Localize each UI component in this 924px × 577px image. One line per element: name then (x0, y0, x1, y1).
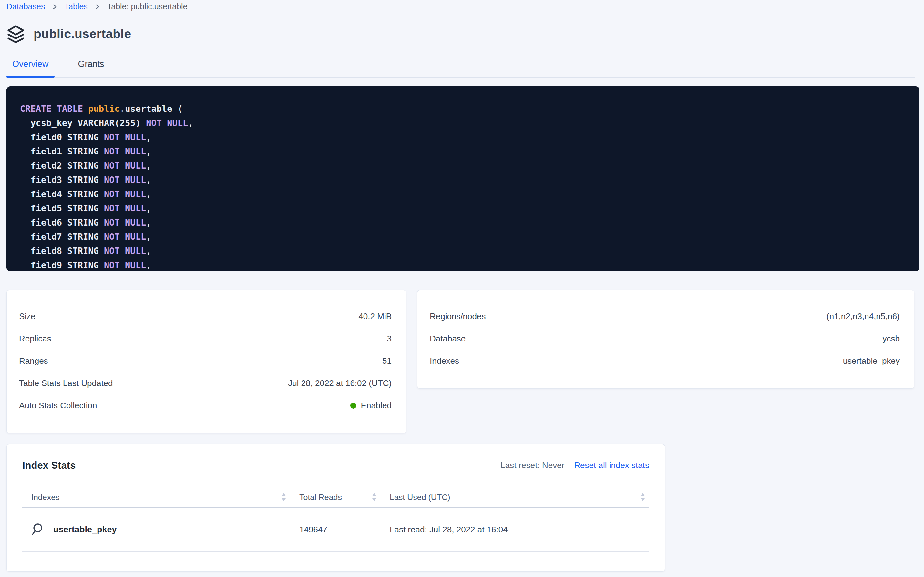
detail-value-text: 3 (387, 334, 392, 344)
sql-token: NOT NULL (104, 203, 146, 213)
sql-line: field2 STRING NOT NULL, (20, 159, 906, 173)
summary-cards: Size40.2 MiBReplicas3Ranges51Table Stats… (6, 290, 914, 433)
sql-token: NOT NULL (146, 118, 188, 128)
page-header: public.usertable (6, 24, 924, 44)
detail-value: Jul 28, 2022 at 16:02 (UTC) (288, 378, 392, 388)
detail-value: Enabled (350, 401, 392, 411)
sql-token: . (120, 104, 125, 114)
sql-token: field9 STRING (20, 260, 104, 270)
detail-row-size: Size40.2 MiB (19, 305, 392, 327)
sql-line: field0 STRING NOT NULL, (20, 130, 906, 144)
detail-value-text: Enabled (361, 401, 392, 411)
sql-line: field6 STRING NOT NULL, (20, 216, 906, 230)
breadcrumb-separator (52, 3, 58, 11)
sql-token: , (146, 218, 151, 227)
column-header-label: Total Reads (299, 493, 342, 502)
sql-line: field3 STRING NOT NULL, (20, 173, 906, 187)
sql-token: , (146, 175, 151, 185)
sql-token: NOT NULL (104, 189, 146, 199)
tabs: OverviewGrants (6, 59, 924, 77)
chevron-right-icon (95, 3, 100, 11)
sort-icon-wrap[interactable] (371, 492, 377, 502)
detail-value: (n1,n2,n3,n4,n5,n6) (826, 311, 900, 321)
overview-stats-card: Size40.2 MiBReplicas3Ranges51Table Stats… (6, 290, 406, 433)
sql-token: , (146, 203, 151, 213)
breadcrumb: DatabasesTablesTable: public.usertable (6, 0, 924, 11)
chevron-right-icon (52, 3, 58, 11)
sql-token: CREATE TABLE (20, 104, 88, 114)
sql-token: NOT NULL (104, 232, 146, 242)
detail-label: Database (430, 334, 466, 344)
sql-token: field5 STRING (20, 203, 104, 213)
sql-token: , (146, 232, 151, 242)
detail-label: Indexes (430, 356, 459, 366)
index-stats-card: Index Stats Last reset: Never Reset all … (6, 444, 665, 572)
breadcrumb-current: Table: public.usertable (107, 2, 188, 11)
breadcrumb-link-tables[interactable]: Tables (64, 2, 88, 11)
index-stats-title: Index Stats (22, 458, 76, 471)
table-details-page: DatabasesTablesTable: public.usertable p… (0, 0, 924, 572)
sort-arrows-icon (371, 492, 377, 502)
index-name-cell: usertable_pkey (22, 523, 290, 536)
sql-token: NOT NULL (104, 147, 146, 156)
detail-label: Auto Stats Collection (19, 401, 97, 411)
index-stats-table: IndexesTotal ReadsLast Used (UTC) userta… (22, 487, 649, 552)
table-row: usertable_pkey149647Last read: Jul 28, 2… (22, 508, 649, 552)
sql-token: NOT NULL (104, 260, 146, 270)
sql-line: field1 STRING NOT NULL, (20, 144, 906, 159)
sql-token: field4 STRING (20, 189, 104, 199)
column-header-last-used-utc-[interactable]: Last Used (UTC) (381, 492, 649, 502)
sql-token: NOT NULL (104, 175, 146, 185)
breadcrumb-link-databases[interactable]: Databases (6, 2, 45, 11)
sql-token: field8 STRING (20, 246, 104, 256)
detail-row-database: Databaseycsb (430, 327, 900, 350)
sql-token: , (146, 189, 151, 199)
tab-grants[interactable]: Grants (72, 59, 110, 77)
detail-value-text: 40.2 MiB (358, 311, 392, 321)
detail-value: 51 (382, 356, 392, 366)
detail-label: Table Stats Last Updated (19, 378, 113, 388)
sql-token: NOT NULL (104, 161, 146, 171)
sql-token: NOT NULL (104, 218, 146, 227)
sql-token: usertable ( (125, 104, 183, 114)
sql-token: field0 STRING (20, 132, 104, 142)
sql-line: ycsb_key VARCHAR(255) NOT NULL, (20, 116, 906, 130)
detail-label: Size (19, 311, 35, 321)
detail-value-text: ycsb (883, 334, 900, 344)
detail-row-indexes: Indexesusertable_pkey (430, 350, 900, 372)
detail-value: ycsb (883, 334, 900, 344)
sql-line: field7 STRING NOT NULL, (20, 230, 906, 244)
detail-value: 40.2 MiB (358, 311, 392, 321)
column-header-indexes[interactable]: Indexes (22, 492, 290, 502)
detail-value-text: 51 (382, 356, 392, 366)
detail-label: Regions/nodes (430, 311, 485, 321)
sort-icon-wrap[interactable] (640, 492, 645, 502)
create-table-sql-block: CREATE TABLE public.usertable ( ycsb_key… (6, 86, 919, 271)
total-reads-value: 149647 (299, 525, 327, 535)
reset-index-stats-link[interactable]: Reset all index stats (574, 460, 649, 471)
sql-token: NOT NULL (104, 246, 146, 256)
sql-token: , (146, 260, 151, 270)
last-used-value: Last read: Jul 28, 2022 at 16:04 (390, 525, 508, 535)
sort-arrows-icon (281, 492, 286, 502)
sql-token: field6 STRING (20, 218, 104, 227)
table-layers-icon (6, 24, 25, 44)
table-header-row: IndexesTotal ReadsLast Used (UTC) (22, 487, 649, 508)
sql-token: , (146, 147, 151, 156)
index-stats-header: Index Stats Last reset: Never Reset all … (22, 458, 649, 473)
sql-line: field4 STRING NOT NULL, (20, 187, 906, 201)
detail-row-regions-nodes: Regions/nodes(n1,n2,n3,n4,n5,n6) (430, 305, 900, 327)
tab-overview[interactable]: Overview (6, 59, 55, 77)
regions-card: Regions/nodes(n1,n2,n3,n4,n5,n6)Database… (417, 290, 914, 388)
detail-label: Replicas (19, 334, 51, 344)
last-reset-label: Last reset: Never (500, 460, 564, 473)
sql-token: field2 STRING (20, 161, 104, 171)
breadcrumb-separator (95, 3, 100, 11)
index-name-link[interactable]: usertable_pkey (53, 525, 117, 535)
sql-token: field3 STRING (20, 175, 104, 185)
column-header-label: Indexes (31, 493, 60, 502)
column-header-total-reads[interactable]: Total Reads (290, 492, 381, 502)
sort-icon-wrap[interactable] (281, 492, 286, 502)
sql-token: public (88, 104, 120, 114)
detail-value-text: (n1,n2,n3,n4,n5,n6) (826, 311, 900, 321)
